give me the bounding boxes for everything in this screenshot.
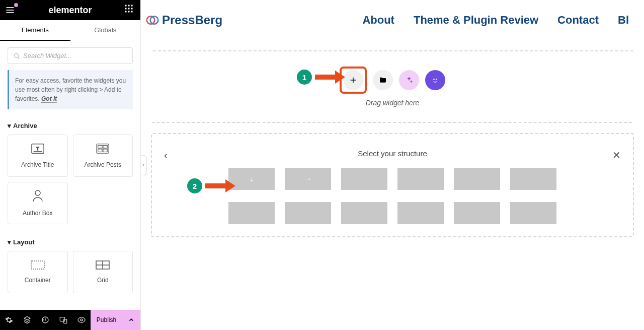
svg-point-29 (80, 319, 83, 321)
widget-label: Archive Title (21, 161, 54, 168)
structure-picker: ‹ ✕ Select your structure 2 ↓ → (151, 133, 634, 237)
drop-hint: Drag widget here (366, 99, 420, 107)
publish-options-button[interactable] (122, 310, 140, 330)
structure-grid-d[interactable] (397, 202, 444, 224)
widget-label: Grid (97, 277, 109, 284)
category-archive[interactable]: ▾ Archive (8, 117, 133, 135)
svg-rect-19 (103, 146, 107, 149)
widget-author-box[interactable]: Author Box (8, 182, 68, 224)
widget-archive-title[interactable]: T Archive Title (8, 135, 68, 177)
svg-rect-23 (31, 261, 44, 269)
annotation-2-arrow (205, 179, 235, 192)
nav-contact[interactable]: Contact (557, 14, 599, 27)
structure-close-button[interactable]: ✕ (612, 149, 621, 161)
search-wrap (0, 41, 140, 70)
apps-grid-button[interactable] (124, 4, 136, 16)
svg-rect-8 (131, 8, 133, 10)
site-nav: About Theme & Plugin Review Contact Bl (362, 14, 629, 27)
svg-rect-7 (128, 8, 130, 10)
archive-title-icon: T (31, 143, 44, 156)
ai-button[interactable] (399, 70, 419, 90)
structure-2col[interactable] (341, 168, 387, 190)
svg-rect-9 (125, 11, 127, 13)
tab-globals[interactable]: Globals (70, 20, 141, 41)
structure-grid-f[interactable] (510, 202, 556, 224)
widget-label: Archive Posts (85, 161, 121, 168)
elementor-sidebar: elementor Elements Globals For easy acce… (0, 0, 141, 330)
preview-button[interactable] (72, 310, 91, 330)
add-section-actions (340, 67, 445, 94)
favorites-tip: For easy access, favorite the widgets yo… (8, 70, 133, 109)
structure-grid-b[interactable] (285, 202, 331, 224)
responsive-button[interactable] (54, 310, 72, 330)
add-section-button[interactable] (343, 70, 363, 90)
nav-about[interactable]: About (362, 14, 394, 27)
category-label: Layout (13, 238, 35, 246)
structure-1col-right[interactable]: → (285, 168, 331, 190)
sidebar-footer: Publish (0, 310, 140, 330)
category-layout[interactable]: ▾ Layout (8, 233, 133, 251)
structure-title: Select your structure (162, 149, 623, 158)
caret-down-icon: ▾ (8, 238, 11, 246)
navigator-button[interactable] (18, 310, 36, 330)
settings-button[interactable] (0, 310, 18, 330)
search-input[interactable] (23, 52, 127, 59)
notification-dot (14, 3, 18, 7)
history-button[interactable] (36, 310, 54, 330)
structure-back-button[interactable]: ‹ (164, 149, 168, 162)
sidebar-header: elementor (0, 0, 140, 20)
structure-grid-c[interactable] (341, 202, 387, 224)
structure-grid-a[interactable] (228, 202, 275, 224)
annotation-1: 1 (297, 70, 345, 85)
new-section-area: 1 (151, 50, 634, 123)
brand-logo: elementor (48, 5, 92, 16)
svg-rect-21 (103, 149, 107, 152)
svg-point-34 (431, 76, 440, 85)
svg-rect-6 (125, 8, 127, 10)
publish-button[interactable]: Publish (91, 310, 122, 330)
svg-rect-4 (128, 5, 130, 7)
svg-rect-18 (98, 146, 102, 149)
structure-3col[interactable] (397, 168, 444, 190)
widget-container[interactable]: Container (8, 251, 68, 293)
widget-archive-posts[interactable]: Archive Posts (73, 135, 133, 177)
caret-down-icon: ▾ (8, 122, 11, 129)
svg-rect-20 (98, 149, 102, 152)
annotation-2-badge: 2 (187, 178, 202, 193)
svg-point-36 (436, 79, 437, 80)
structure-grid-e[interactable] (454, 202, 500, 224)
structure-4col[interactable] (454, 168, 500, 190)
tab-elements[interactable]: Elements (0, 20, 70, 41)
nav-theme-plugin[interactable]: Theme & Plugin Review (414, 14, 538, 27)
annotation-1-arrow (315, 71, 345, 84)
category-label: Archive (13, 122, 37, 129)
ai-assistant-button[interactable] (425, 70, 445, 90)
svg-text:T: T (36, 146, 39, 151)
svg-rect-10 (128, 11, 130, 13)
logo-icon (146, 14, 159, 27)
template-library-button[interactable] (373, 70, 393, 90)
collapse-panel-button[interactable]: ‹ (141, 155, 147, 175)
tip-text: For easy access, favorite the widgets yo… (15, 77, 126, 102)
container-icon (31, 260, 45, 272)
search-box (8, 47, 133, 64)
structure-1-2[interactable] (510, 168, 556, 190)
editor-canvas: PressBerg About Theme & Plugin Review Co… (141, 0, 644, 330)
menu-button[interactable] (4, 4, 16, 16)
nav-blog[interactable]: Bl (618, 14, 629, 27)
svg-rect-11 (131, 11, 133, 13)
site-logo[interactable]: PressBerg (146, 13, 222, 27)
svg-rect-5 (131, 5, 133, 7)
search-icon (13, 52, 20, 59)
tip-got-it[interactable]: Got It (41, 95, 57, 103)
grid-icon (96, 260, 110, 272)
author-box-icon (32, 189, 44, 205)
widget-panel: ▾ Archive T Archive Title Archive Posts (0, 114, 140, 310)
panel-tabs: Elements Globals (0, 20, 140, 41)
logo-text: PressBerg (162, 13, 222, 27)
svg-line-13 (18, 57, 19, 58)
archive-posts-icon (96, 143, 109, 156)
annotation-1-badge: 1 (297, 70, 312, 85)
svg-rect-3 (125, 5, 127, 7)
widget-grid[interactable]: Grid (73, 251, 133, 293)
